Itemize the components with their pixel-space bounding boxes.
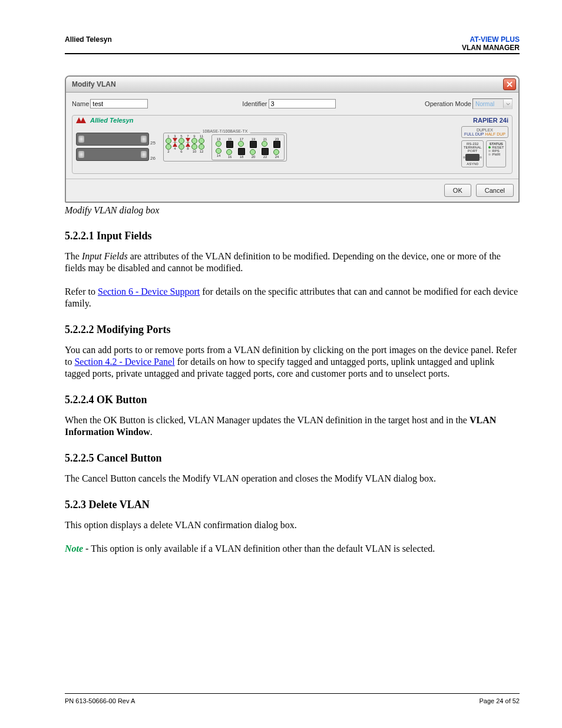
status-box: STATUS RESET RPS PWR [486,140,506,167]
port-3[interactable] [173,138,177,143]
port-23[interactable] [273,141,280,148]
port-12[interactable] [199,144,204,150]
port-14[interactable] [216,148,222,154]
header-product: AT-VIEW PLUS [462,35,520,44]
opmode-value: Normal [475,101,494,107]
footer-pn: PN 613-50666-00 Rev A [65,697,135,704]
name-label: Name [72,100,89,107]
slot-num-26: 26 [150,156,158,161]
port-8[interactable] [186,143,190,147]
chevron-down-icon [503,100,512,108]
identifier-input[interactable] [269,99,336,108]
slot-num-25: 25 [150,140,158,146]
dialog-title: Modify VLAN [72,80,116,88]
header-left: Allied Telesyn [65,35,112,44]
note-paragraph: Note - This option is only available if … [65,543,520,555]
page-header: Allied Telesyn AT-VIEW PLUS VLAN MANAGER [65,35,520,54]
expansion-slot-26[interactable] [76,148,149,161]
port-16[interactable] [226,149,232,155]
note-label: Note [65,543,83,554]
rs232-port-icon [465,154,480,161]
cluster-label: 10BASE-T/100BASE-TX [200,129,250,133]
link-device-panel[interactable]: Section 4.2 - Device Panel [74,357,174,367]
brand-logo-icon [76,117,88,123]
paragraph: Refer to Section 6 - Device Support for … [65,286,520,309]
duplex-box: DUPLEX FULL DUP HALF DUP [461,126,508,138]
dialog-titlebar: Modify VLAN [66,77,518,93]
expansion-slot-25[interactable] [76,133,149,146]
device-model: RAPIER 24i [473,117,508,124]
port-21[interactable] [262,141,267,147]
device-panel: Allied Telesyn RAPIER 24i 25 [72,115,513,174]
heading-5-2-2-5: 5.2.2.5 Cancel Button [65,452,520,465]
ok-button[interactable]: OK [444,184,471,197]
port-5[interactable] [178,138,184,144]
close-icon[interactable] [503,78,516,90]
link-device-support[interactable]: Section 6 - Device Support [98,286,200,297]
port-2[interactable] [166,144,171,150]
heading-5-2-2-4: 5.2.2.4 OK Button [65,394,520,406]
opmode-label: Operation Mode [425,100,471,107]
port-11[interactable] [199,138,204,144]
cancel-button[interactable]: Cancel [476,184,514,197]
name-input[interactable] [90,99,148,108]
paragraph: This option displays a delete VLAN confi… [65,519,520,531]
port-24[interactable] [273,149,279,155]
port-4[interactable] [173,143,177,147]
paragraph: The Input Fields are attributes of the V… [65,251,520,274]
figure-caption: Modify VLAN dialog box [65,205,520,216]
heading-5-2-2-1: 5.2.2.1 Input Fields [65,230,520,242]
paragraph: You can add ports to or remove ports fro… [65,344,520,380]
port-19[interactable] [250,141,257,148]
footer-page: Page 24 of 52 [479,697,520,704]
page-footer: PN 613-50666-00 Rev A Page 24 of 52 [65,693,520,704]
heading-5-2-2-2: 5.2.2.2 Modifying Ports [65,324,520,336]
port-22[interactable] [262,148,269,155]
modify-vlan-dialog: Modify VLAN Name Identifier Ope [65,75,520,203]
identifier-label: Identifier [242,100,267,107]
port-group-1: 12 34 56 78 910 1112 [166,134,204,160]
port-13[interactable] [216,141,222,147]
header-module: VLAN MANAGER [462,44,520,52]
port-18[interactable] [238,148,245,155]
port-6[interactable] [178,144,184,150]
port-20[interactable] [250,149,256,155]
led-icon [488,153,491,156]
port-10[interactable] [191,144,197,150]
port-group-2: 1314 1516 1718 1920 2122 2324 [211,134,285,160]
port-cluster: 10BASE-T/100BASE-TX 12 34 56 78 910 1112 [163,133,287,162]
rs232-box: RS-232 TERMINAL PORT ASYN0 [461,140,484,167]
port-7[interactable] [186,138,190,143]
port-9[interactable] [191,138,197,144]
paragraph: When the OK Button is clicked, VLAN Mana… [65,414,520,438]
port-15[interactable] [226,141,233,148]
led-icon [488,146,491,149]
heading-5-2-3: 5.2.3 Delete VLAN [65,499,520,511]
opmode-combo[interactable]: Normal [472,98,513,109]
device-brand: Allied Telesyn [76,117,134,124]
port-1[interactable] [166,138,171,144]
port-17[interactable] [238,141,244,147]
paragraph: The Cancel Button cancels the Modify VLA… [65,473,520,485]
led-icon [488,150,491,152]
header-right: AT-VIEW PLUS VLAN MANAGER [462,35,520,52]
